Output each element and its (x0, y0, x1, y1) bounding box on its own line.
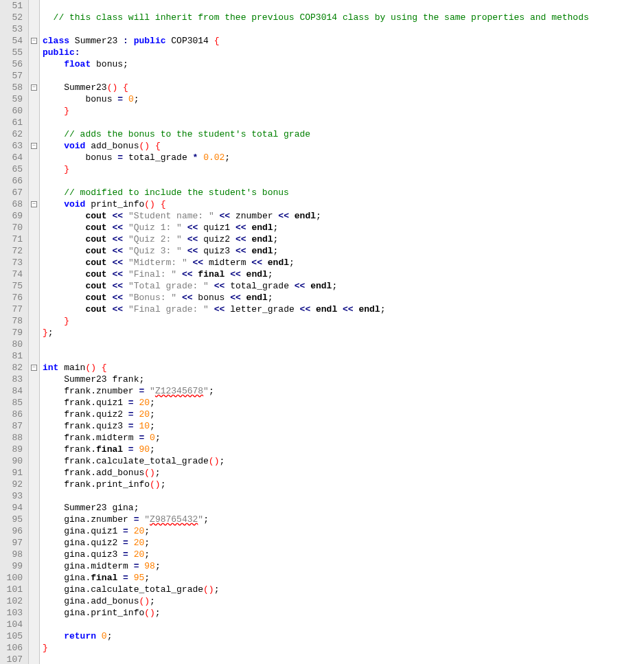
code-line[interactable] (43, 70, 589, 82)
code-line[interactable]: gina.add_bonus(); (43, 595, 589, 607)
line-number: 64 (0, 152, 23, 163)
line-number: 91 (0, 467, 23, 479)
code-line[interactable]: } (43, 315, 589, 327)
code-line[interactable]: // adds the bonus to the student's total… (43, 128, 589, 140)
fold-toggle[interactable]: − (31, 38, 37, 44)
line-number: 52 (0, 12, 23, 23)
line-number: 92 (0, 479, 23, 490)
line-number: 70 (0, 222, 23, 233)
code-line[interactable]: bonus = total_grade * 0.02; (43, 152, 589, 163)
code-line[interactable]: frank.final = 90; (43, 444, 589, 455)
code-line[interactable]: } (43, 163, 589, 175)
code-line[interactable] (43, 619, 589, 630)
line-number: 65 (0, 163, 23, 175)
code-line[interactable]: frank.quiz3 = 10; (43, 420, 589, 432)
code-line[interactable] (43, 654, 589, 664)
line-number: 67 (0, 187, 23, 198)
code-line[interactable] (43, 175, 589, 187)
code-line[interactable]: gina.quiz3 = 20; (43, 549, 589, 560)
line-number: 81 (0, 350, 23, 362)
code-line[interactable]: return 0; (43, 630, 589, 642)
code-line[interactable]: float bonus; (43, 58, 589, 70)
line-number: 85 (0, 397, 23, 409)
line-number: 102 (0, 595, 23, 607)
line-number: 101 (0, 584, 23, 595)
code-line[interactable] (43, 339, 589, 350)
code-line[interactable] (43, 350, 589, 362)
code-line[interactable]: frank.calculate_total_grade(); (43, 455, 589, 467)
code-line[interactable]: cout << "Quiz 2: " << quiz2 << endl; (43, 233, 589, 245)
line-number: 78 (0, 315, 23, 327)
line-number: 60 (0, 105, 23, 117)
fold-toggle[interactable]: − (31, 143, 37, 149)
code-line[interactable] (43, 117, 589, 128)
code-line[interactable]: }; (43, 327, 589, 339)
code-line[interactable]: // this class will inherit from thee pre… (43, 12, 589, 23)
code-line[interactable]: Summer23 frank; (43, 374, 589, 385)
line-number: 99 (0, 560, 23, 572)
code-line[interactable]: cout << "Bonus: " << bonus << endl; (43, 292, 589, 304)
code-line[interactable]: cout << "Total grade: " << total_grade <… (43, 280, 589, 292)
code-line[interactable]: gina.final = 95; (43, 572, 589, 584)
code-line[interactable]: cout << "Student name: " << znumber << e… (43, 210, 589, 222)
line-number: 69 (0, 210, 23, 222)
code-line[interactable]: gina.midterm = 98; (43, 560, 589, 572)
line-number: 59 (0, 93, 23, 105)
line-number: 105 (0, 630, 23, 642)
line-number: 88 (0, 432, 23, 444)
fold-toggle[interactable]: − (31, 201, 37, 207)
line-number: 54 (0, 35, 23, 47)
code-line[interactable]: bonus = 0; (43, 93, 589, 105)
code-line[interactable]: class Summer23 : public COP3014 { (43, 35, 589, 47)
code-line[interactable]: Summer23 gina; (43, 502, 589, 514)
code-line[interactable]: cout << "Quiz 1: " << quiz1 << endl; (43, 222, 589, 233)
code-line[interactable]: frank.print_info(); (43, 479, 589, 490)
code-line[interactable]: gina.znumber = "Z98765432"; (43, 514, 589, 525)
fold-toggle[interactable]: − (31, 365, 37, 371)
code-line[interactable]: void add_bonus() { (43, 140, 589, 152)
code-line[interactable]: } (43, 642, 589, 654)
code-line[interactable]: int main() { (43, 362, 589, 374)
line-number: 79 (0, 327, 23, 339)
code-line[interactable]: cout << "Quiz 3: " << quiz3 << endl; (43, 245, 589, 257)
code-line[interactable]: frank.add_bonus(); (43, 467, 589, 479)
line-number: 87 (0, 420, 23, 432)
code-line[interactable]: public: (43, 47, 589, 58)
line-number: 93 (0, 490, 23, 502)
line-number: 73 (0, 257, 23, 268)
code-line[interactable] (43, 0, 589, 12)
code-line[interactable]: // modified to include the student's bon… (43, 187, 589, 198)
line-number: 56 (0, 58, 23, 70)
code-line[interactable] (43, 490, 589, 502)
code-line[interactable] (43, 23, 589, 35)
fold-column: −−−−− (29, 0, 40, 664)
line-number: 100 (0, 572, 23, 584)
code-line[interactable]: cout << "Final: " << final << endl; (43, 268, 589, 280)
fold-toggle[interactable]: − (31, 84, 37, 91)
code-line[interactable]: frank.quiz2 = 20; (43, 409, 589, 420)
code-line[interactable]: gina.quiz1 = 20; (43, 525, 589, 537)
line-number: 72 (0, 245, 23, 257)
code-area[interactable]: // this class will inherit from thee pre… (40, 0, 589, 664)
line-number: 104 (0, 619, 23, 630)
line-number: 58 (0, 82, 23, 93)
code-line[interactable]: cout << "Midterm: " << midterm << endl; (43, 257, 589, 268)
code-line[interactable]: gina.print_info(); (43, 607, 589, 619)
line-number: 53 (0, 23, 23, 35)
line-number: 74 (0, 268, 23, 280)
code-line[interactable]: Summer23() { (43, 82, 589, 93)
code-line[interactable]: cout << "Final grade: " << letter_grade … (43, 304, 589, 315)
code-line[interactable]: frank.midterm = 0; (43, 432, 589, 444)
code-line[interactable]: gina.calculate_total_grade(); (43, 584, 589, 595)
code-line[interactable]: void print_info() { (43, 198, 589, 210)
line-number: 63 (0, 140, 23, 152)
line-number: 75 (0, 280, 23, 292)
code-line[interactable]: frank.quiz1 = 20; (43, 397, 589, 409)
code-line[interactable]: gina.quiz2 = 20; (43, 537, 589, 549)
code-line[interactable]: frank.znumber = "Z12345678"; (43, 385, 589, 397)
line-number: 106 (0, 642, 23, 654)
line-number: 89 (0, 444, 23, 455)
line-number: 61 (0, 117, 23, 128)
code-line[interactable]: } (43, 105, 589, 117)
line-number: 84 (0, 385, 23, 397)
